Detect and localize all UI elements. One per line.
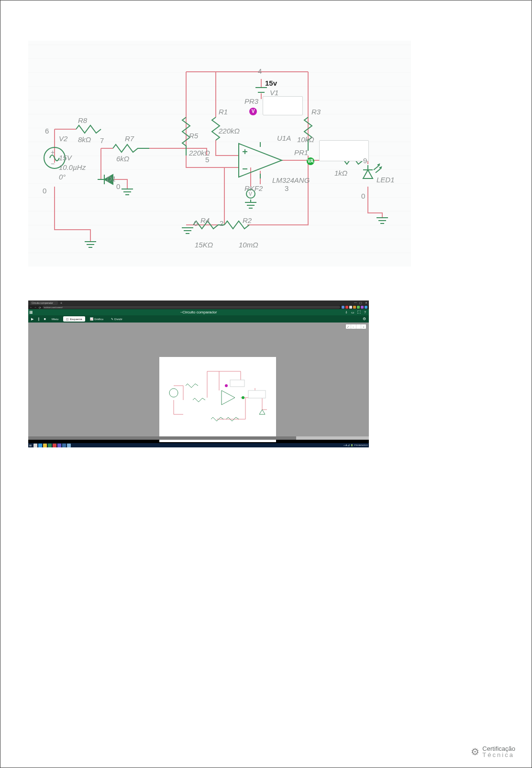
app-title: ~Circuito comparador	[180, 310, 217, 314]
taskbar-app-icon[interactable]	[48, 444, 52, 447]
extension-icon[interactable]	[361, 306, 364, 309]
led1-ref: LED1	[377, 176, 395, 184]
r1-val: 220kΩ	[219, 127, 240, 135]
taskbar-app-icon[interactable]	[33, 444, 37, 447]
r4-val: 15KΩ	[195, 241, 213, 249]
url-text: multisim.com/content/	[44, 306, 63, 309]
v1-ref: V1	[270, 89, 278, 97]
browser-screenshot: Circuito comparador + — ▢ ✕ ← → ⟳ multis…	[28, 301, 369, 447]
svg-rect-13	[230, 380, 244, 387]
extension-icons	[342, 306, 367, 309]
node-2: 2	[220, 219, 223, 227]
extension-icon[interactable]	[365, 306, 367, 309]
maximize-button[interactable]: ▢	[359, 301, 363, 304]
windows-taskbar: ⊞ ∧ 🖧 🔊 🔋 PTB 08/04/2022	[28, 443, 369, 447]
browser-tab-title: Circuito comparador	[32, 301, 53, 304]
new-tab-button[interactable]: +	[59, 301, 63, 305]
circuit-schematic: + −	[28, 41, 411, 267]
node-4: 4	[258, 67, 262, 75]
node-7: 7	[100, 136, 104, 145]
sim-stop-button[interactable]: ■	[43, 317, 47, 321]
browser-titlebar: Circuito comparador + — ▢ ✕	[28, 301, 369, 305]
node-0d: 0	[361, 192, 365, 200]
extension-icon[interactable]	[357, 306, 360, 309]
footer-watermark: ⚙ Certificação Técnica	[471, 746, 515, 758]
app-header-button[interactable]: ⛶	[356, 311, 361, 314]
view-tab-split[interactable]: ✎Dividir	[108, 316, 125, 322]
gear-icon: ⚙	[471, 746, 479, 757]
sim-play-button[interactable]: ▶	[30, 317, 34, 321]
extension-icon[interactable]	[353, 306, 356, 309]
taskbar-app-icon[interactable]	[38, 444, 42, 447]
r1-ref: R1	[219, 108, 228, 116]
app-toolbar: ▶ ∥ ■ Misto ◫Esquema 📈Gráfico ✎Dividir ⚙	[28, 315, 369, 323]
probe-pr3-icon: V	[249, 108, 257, 115]
scrollbar-thumb[interactable]	[28, 436, 296, 440]
nav-forward-button[interactable]: →	[34, 306, 37, 309]
footer-text: Certificação Técnica	[482, 746, 515, 758]
svg-point-11	[225, 384, 228, 387]
app-header-button[interactable]: ?	[363, 311, 367, 314]
voltage-15v: 15v	[265, 79, 277, 87]
r7-val: 6kΩ	[116, 155, 129, 163]
node-9: 9	[363, 156, 367, 165]
node-5: 5	[205, 156, 209, 164]
taskbar-app-icon[interactable]	[67, 444, 71, 447]
sim-pause-button[interactable]: ∥	[36, 317, 41, 321]
v2-ph: 0°	[59, 173, 66, 181]
svg-rect-14	[248, 390, 266, 398]
zoom-in-button[interactable]: +	[361, 324, 366, 329]
probe-readout-pr3	[263, 96, 303, 115]
r8-val: 8kΩ	[78, 135, 91, 144]
nav-back-button[interactable]: ←	[30, 306, 33, 309]
svg-text:+: +	[51, 148, 55, 156]
toolbar-settings-icon[interactable]: ⚙	[363, 317, 366, 321]
r6-ref: RKF2	[244, 184, 263, 192]
start-button[interactable]: ⊞	[28, 443, 33, 447]
page-content: + −	[0, 0, 532, 768]
close-button[interactable]: ✕	[364, 301, 368, 304]
taskbar-app-icon[interactable]	[57, 444, 61, 447]
r3-val: 10kΩ	[297, 135, 314, 144]
zoom-fit-button[interactable]: ⤢	[346, 324, 351, 329]
app-canvas[interactable]: ⤢ − +	[28, 323, 369, 440]
app-header-right: ⇩▭⛶?	[344, 311, 367, 314]
zoom-controls: ⤢ − +	[346, 324, 366, 329]
pr1-ref: PR1	[294, 148, 308, 156]
pr3-ref: PR3	[244, 97, 258, 105]
footer-line2: Técnica	[482, 751, 514, 758]
url-field[interactable]: multisim.com/content/	[43, 306, 340, 309]
taskbar-apps	[33, 444, 71, 447]
extension-icon[interactable]	[349, 306, 352, 309]
mini-circuit-schematic	[159, 357, 276, 442]
v2-ref: V2	[59, 134, 67, 143]
extension-icon[interactable]	[345, 306, 348, 309]
node-3: 3	[285, 184, 288, 192]
d1-ref: D1	[107, 175, 116, 183]
horizontal-scrollbar[interactable]	[28, 436, 369, 440]
r2-ref: R2	[243, 216, 252, 224]
taskbar-app-icon[interactable]	[62, 444, 66, 447]
tray-icons: ∧ 🖧 🔊 🔋	[344, 444, 353, 446]
extension-icon[interactable]	[342, 306, 344, 309]
probe-pr1-icon: VA	[307, 157, 314, 165]
app-menu-icon[interactable]: ▦	[28, 310, 34, 314]
browser-tab[interactable]: Circuito comparador	[30, 301, 58, 305]
zoom-out-button[interactable]: −	[351, 324, 356, 329]
r9-val: 1kΩ	[334, 169, 347, 177]
node-0b: 0	[116, 182, 120, 190]
app-header: ▦ ~Circuito comparador ⇩▭⛶?	[28, 309, 369, 315]
nav-reload-button[interactable]: ⟳	[38, 306, 41, 309]
view-tab-mixed[interactable]: Misto	[49, 316, 61, 322]
app-header-button[interactable]: ▭	[350, 311, 355, 314]
minimize-button[interactable]: —	[354, 301, 357, 304]
view-tab-graph[interactable]: 📈Gráfico	[87, 316, 106, 322]
svg-point-10	[169, 389, 178, 397]
r5-ref: R5	[189, 132, 198, 140]
taskbar-app-icon[interactable]	[53, 444, 56, 447]
svg-point-12	[242, 396, 244, 399]
browser-address-bar: ← → ⟳ multisim.com/content/	[28, 305, 369, 309]
view-tab-schematic[interactable]: ◫Esquema	[63, 316, 85, 322]
app-header-button[interactable]: ⇩	[344, 311, 349, 314]
taskbar-app-icon[interactable]	[43, 444, 47, 447]
